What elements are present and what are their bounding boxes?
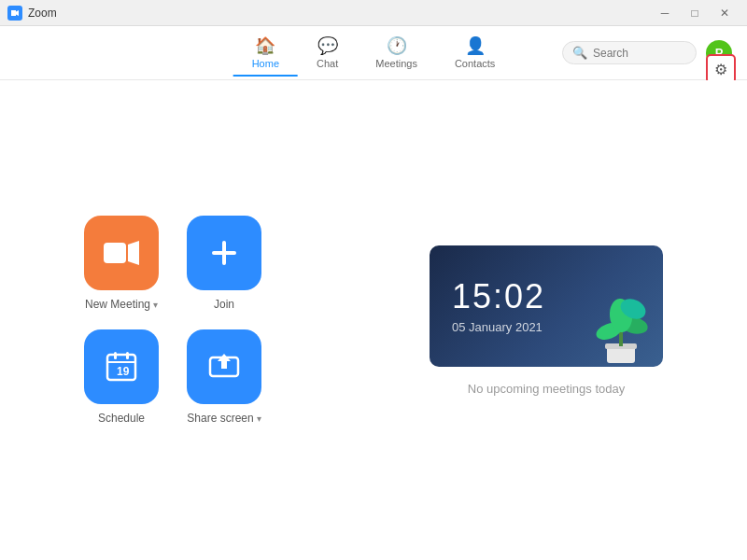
clock-date: 05 January 2021 [452,320,545,334]
meetings-icon: 🕐 [387,35,407,56]
new-meeting-dropdown-arrow: ▾ [153,300,158,310]
tab-home[interactable]: 🏠 Home [233,30,298,77]
share-screen-icon [207,350,241,384]
join-item[interactable]: Join [187,216,261,311]
tab-contacts-label: Contacts [455,58,495,69]
svg-rect-7 [107,361,135,363]
tab-chat-label: Chat [317,58,338,69]
schedule-label: Schedule [98,412,145,425]
svg-rect-8 [114,352,117,359]
tab-chat[interactable]: 💬 Chat [298,30,357,77]
close-button[interactable]: ✕ [710,0,740,26]
action-grid: New Meeting ▾ Join [84,216,261,425]
no-meetings-label: No upcoming meetings today [468,382,625,396]
clock-text: 15:02 05 January 2021 [452,277,545,334]
search-box[interactable]: 🔍 [562,41,697,64]
plus-icon [208,237,240,269]
minimize-button[interactable]: ─ [650,0,680,26]
nav-tabs: 🏠 Home 💬 Chat 🕐 Meetings 👤 Contacts [233,30,514,77]
tab-meetings-label: Meetings [375,58,417,69]
svg-marker-12 [218,354,231,369]
clock-time: 15:02 [452,277,545,316]
new-meeting-item[interactable]: New Meeting ▾ [84,216,159,311]
calendar-icon: 19 [105,350,138,384]
main-content: New Meeting ▾ Join [0,80,747,560]
clock-card: 15:02 05 January 2021 [430,245,663,367]
tab-contacts[interactable]: 👤 Contacts [436,30,514,77]
app-title: Zoom [28,7,57,20]
home-icon: 🏠 [255,35,275,56]
contacts-icon: 👤 [465,35,486,56]
window-controls: ─ □ ✕ [650,0,740,26]
zoom-logo-icon [7,6,22,21]
new-meeting-label: New Meeting ▾ [85,298,158,311]
new-meeting-button[interactable] [84,216,159,290]
svg-rect-2 [104,243,126,263]
share-screen-button[interactable] [187,329,261,404]
svg-marker-3 [128,241,139,265]
nav-bar: 🏠 Home 💬 Chat 🕐 Meetings 👤 Contacts 🔍 P … [0,26,747,80]
left-panel: New Meeting ▾ Join [0,80,345,560]
tab-home-label: Home [252,58,279,69]
schedule-button[interactable]: 19 [84,329,159,404]
join-label: Join [214,298,234,311]
search-icon: 🔍 [572,46,587,60]
share-screen-dropdown-arrow: ▾ [257,413,261,424]
svg-marker-1 [11,10,19,16]
maximize-button[interactable]: □ [680,0,710,26]
schedule-item[interactable]: 19 Schedule [84,329,159,425]
right-panel: 15:02 05 January 2021 No upcoming meetin… [345,80,747,560]
gear-icon: ⚙ [714,61,727,78]
title-bar: Zoom ─ □ ✕ [0,0,747,26]
search-input[interactable] [593,47,686,60]
svg-text:19: 19 [117,365,130,378]
video-icon [104,240,139,266]
share-screen-item[interactable]: Share screen ▾ [187,329,261,425]
join-button[interactable] [187,216,261,290]
chat-icon: 💬 [317,35,338,56]
plant-decoration-icon [588,283,654,367]
tab-meetings[interactable]: 🕐 Meetings [357,30,436,77]
title-bar-left: Zoom [7,6,57,21]
svg-rect-9 [126,352,129,359]
share-screen-label: Share screen ▾ [187,412,261,425]
svg-rect-5 [212,251,236,255]
